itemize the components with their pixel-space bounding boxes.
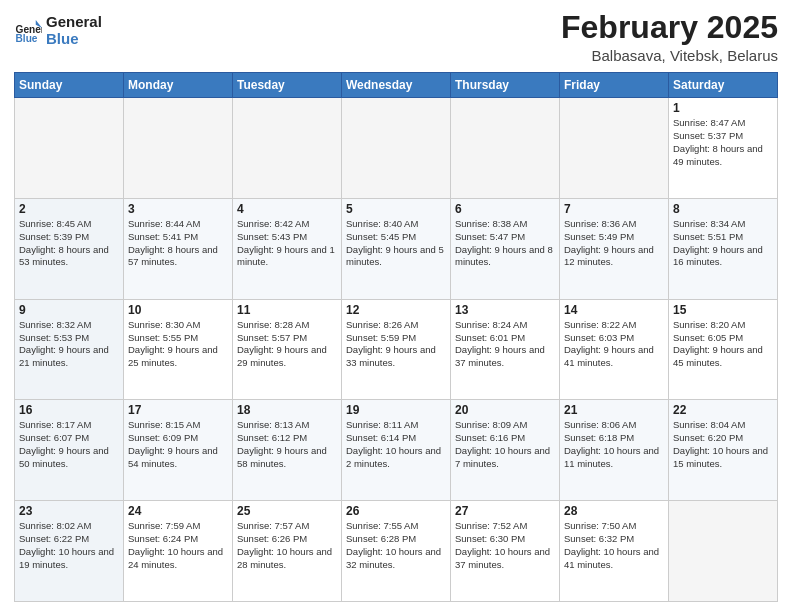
- day-info: Sunrise: 8:26 AM Sunset: 5:59 PM Dayligh…: [346, 319, 446, 370]
- day-number: 17: [128, 403, 228, 417]
- calendar-cell: 21Sunrise: 8:06 AM Sunset: 6:18 PM Dayli…: [560, 400, 669, 501]
- day-info: Sunrise: 8:24 AM Sunset: 6:01 PM Dayligh…: [455, 319, 555, 370]
- day-number: 3: [128, 202, 228, 216]
- calendar-cell: 8Sunrise: 8:34 AM Sunset: 5:51 PM Daylig…: [669, 198, 778, 299]
- calendar-week-row: 23Sunrise: 8:02 AM Sunset: 6:22 PM Dayli…: [15, 501, 778, 602]
- calendar-cell: 27Sunrise: 7:52 AM Sunset: 6:30 PM Dayli…: [451, 501, 560, 602]
- calendar-week-row: 9Sunrise: 8:32 AM Sunset: 5:53 PM Daylig…: [15, 299, 778, 400]
- calendar-cell: 28Sunrise: 7:50 AM Sunset: 6:32 PM Dayli…: [560, 501, 669, 602]
- calendar-cell: 15Sunrise: 8:20 AM Sunset: 6:05 PM Dayli…: [669, 299, 778, 400]
- calendar-cell: 9Sunrise: 8:32 AM Sunset: 5:53 PM Daylig…: [15, 299, 124, 400]
- page: General Blue General Blue February 2025 …: [0, 0, 792, 612]
- day-info: Sunrise: 8:45 AM Sunset: 5:39 PM Dayligh…: [19, 218, 119, 269]
- weekday-header-sunday: Sunday: [15, 73, 124, 98]
- day-number: 6: [455, 202, 555, 216]
- calendar-cell: [342, 98, 451, 199]
- day-info: Sunrise: 7:59 AM Sunset: 6:24 PM Dayligh…: [128, 520, 228, 571]
- weekday-header-friday: Friday: [560, 73, 669, 98]
- day-info: Sunrise: 8:06 AM Sunset: 6:18 PM Dayligh…: [564, 419, 664, 470]
- weekday-header-row: SundayMondayTuesdayWednesdayThursdayFrid…: [15, 73, 778, 98]
- calendar-cell: 1Sunrise: 8:47 AM Sunset: 5:37 PM Daylig…: [669, 98, 778, 199]
- day-info: Sunrise: 8:47 AM Sunset: 5:37 PM Dayligh…: [673, 117, 773, 168]
- day-number: 1: [673, 101, 773, 115]
- calendar-cell: 11Sunrise: 8:28 AM Sunset: 5:57 PM Dayli…: [233, 299, 342, 400]
- calendar-cell: [451, 98, 560, 199]
- weekday-header-wednesday: Wednesday: [342, 73, 451, 98]
- weekday-header-tuesday: Tuesday: [233, 73, 342, 98]
- calendar-cell: [233, 98, 342, 199]
- day-number: 27: [455, 504, 555, 518]
- calendar-cell: 13Sunrise: 8:24 AM Sunset: 6:01 PM Dayli…: [451, 299, 560, 400]
- day-info: Sunrise: 8:02 AM Sunset: 6:22 PM Dayligh…: [19, 520, 119, 571]
- day-number: 28: [564, 504, 664, 518]
- day-number: 16: [19, 403, 119, 417]
- day-info: Sunrise: 8:34 AM Sunset: 5:51 PM Dayligh…: [673, 218, 773, 269]
- day-info: Sunrise: 8:20 AM Sunset: 6:05 PM Dayligh…: [673, 319, 773, 370]
- day-number: 22: [673, 403, 773, 417]
- header: General Blue General Blue February 2025 …: [14, 10, 778, 64]
- weekday-header-saturday: Saturday: [669, 73, 778, 98]
- day-number: 26: [346, 504, 446, 518]
- calendar-cell: 3Sunrise: 8:44 AM Sunset: 5:41 PM Daylig…: [124, 198, 233, 299]
- day-info: Sunrise: 8:17 AM Sunset: 6:07 PM Dayligh…: [19, 419, 119, 470]
- weekday-header-monday: Monday: [124, 73, 233, 98]
- day-number: 25: [237, 504, 337, 518]
- day-info: Sunrise: 8:04 AM Sunset: 6:20 PM Dayligh…: [673, 419, 773, 470]
- day-info: Sunrise: 8:28 AM Sunset: 5:57 PM Dayligh…: [237, 319, 337, 370]
- day-number: 23: [19, 504, 119, 518]
- day-number: 18: [237, 403, 337, 417]
- calendar-cell: 5Sunrise: 8:40 AM Sunset: 5:45 PM Daylig…: [342, 198, 451, 299]
- day-info: Sunrise: 8:09 AM Sunset: 6:16 PM Dayligh…: [455, 419, 555, 470]
- calendar-cell: 16Sunrise: 8:17 AM Sunset: 6:07 PM Dayli…: [15, 400, 124, 501]
- calendar-week-row: 16Sunrise: 8:17 AM Sunset: 6:07 PM Dayli…: [15, 400, 778, 501]
- calendar-cell: [124, 98, 233, 199]
- calendar-cell: 20Sunrise: 8:09 AM Sunset: 6:16 PM Dayli…: [451, 400, 560, 501]
- calendar-week-row: 1Sunrise: 8:47 AM Sunset: 5:37 PM Daylig…: [15, 98, 778, 199]
- calendar-cell: 10Sunrise: 8:30 AM Sunset: 5:55 PM Dayli…: [124, 299, 233, 400]
- day-info: Sunrise: 7:52 AM Sunset: 6:30 PM Dayligh…: [455, 520, 555, 571]
- day-number: 21: [564, 403, 664, 417]
- calendar-cell: 17Sunrise: 8:15 AM Sunset: 6:09 PM Dayli…: [124, 400, 233, 501]
- weekday-header-thursday: Thursday: [451, 73, 560, 98]
- day-info: Sunrise: 8:32 AM Sunset: 5:53 PM Dayligh…: [19, 319, 119, 370]
- day-info: Sunrise: 8:38 AM Sunset: 5:47 PM Dayligh…: [455, 218, 555, 269]
- day-info: Sunrise: 8:15 AM Sunset: 6:09 PM Dayligh…: [128, 419, 228, 470]
- calendar-cell: 14Sunrise: 8:22 AM Sunset: 6:03 PM Dayli…: [560, 299, 669, 400]
- calendar-cell: 24Sunrise: 7:59 AM Sunset: 6:24 PM Dayli…: [124, 501, 233, 602]
- calendar-cell: 12Sunrise: 8:26 AM Sunset: 5:59 PM Dayli…: [342, 299, 451, 400]
- day-info: Sunrise: 8:40 AM Sunset: 5:45 PM Dayligh…: [346, 218, 446, 269]
- day-number: 24: [128, 504, 228, 518]
- logo: General Blue General Blue: [14, 14, 102, 47]
- day-number: 20: [455, 403, 555, 417]
- svg-text:Blue: Blue: [16, 32, 38, 43]
- calendar-table: SundayMondayTuesdayWednesdayThursdayFrid…: [14, 72, 778, 602]
- day-number: 19: [346, 403, 446, 417]
- day-number: 9: [19, 303, 119, 317]
- calendar-cell: 23Sunrise: 8:02 AM Sunset: 6:22 PM Dayli…: [15, 501, 124, 602]
- day-number: 8: [673, 202, 773, 216]
- day-info: Sunrise: 7:55 AM Sunset: 6:28 PM Dayligh…: [346, 520, 446, 571]
- day-info: Sunrise: 8:22 AM Sunset: 6:03 PM Dayligh…: [564, 319, 664, 370]
- calendar-cell: [15, 98, 124, 199]
- logo-icon: General Blue: [14, 17, 42, 45]
- day-info: Sunrise: 8:13 AM Sunset: 6:12 PM Dayligh…: [237, 419, 337, 470]
- day-number: 13: [455, 303, 555, 317]
- calendar-cell: 7Sunrise: 8:36 AM Sunset: 5:49 PM Daylig…: [560, 198, 669, 299]
- day-number: 15: [673, 303, 773, 317]
- day-number: 7: [564, 202, 664, 216]
- month-title: February 2025: [561, 10, 778, 45]
- day-info: Sunrise: 8:44 AM Sunset: 5:41 PM Dayligh…: [128, 218, 228, 269]
- day-info: Sunrise: 8:30 AM Sunset: 5:55 PM Dayligh…: [128, 319, 228, 370]
- location-title: Balbasava, Vitebsk, Belarus: [561, 47, 778, 64]
- day-number: 5: [346, 202, 446, 216]
- calendar-cell: [560, 98, 669, 199]
- day-number: 2: [19, 202, 119, 216]
- day-number: 11: [237, 303, 337, 317]
- day-info: Sunrise: 7:50 AM Sunset: 6:32 PM Dayligh…: [564, 520, 664, 571]
- calendar-cell: 6Sunrise: 8:38 AM Sunset: 5:47 PM Daylig…: [451, 198, 560, 299]
- day-number: 14: [564, 303, 664, 317]
- calendar-cell: 25Sunrise: 7:57 AM Sunset: 6:26 PM Dayli…: [233, 501, 342, 602]
- day-number: 4: [237, 202, 337, 216]
- calendar-cell: 19Sunrise: 8:11 AM Sunset: 6:14 PM Dayli…: [342, 400, 451, 501]
- calendar-cell: 4Sunrise: 8:42 AM Sunset: 5:43 PM Daylig…: [233, 198, 342, 299]
